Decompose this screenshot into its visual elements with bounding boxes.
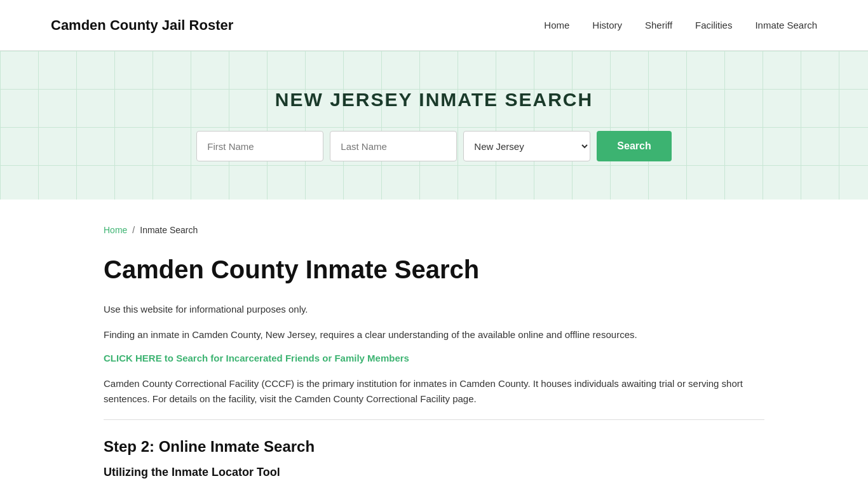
click-here-link[interactable]: CLICK HERE to Search for Incarcerated Fr… [104, 353, 764, 363]
search-button[interactable]: Search [597, 131, 671, 161]
divider [104, 419, 764, 420]
breadcrumb-home-link[interactable]: Home [104, 225, 127, 235]
main-content: Home / Inmate Search Camden County Inmat… [53, 200, 815, 488]
sub-heading: Utilizing the Inmate Locator Tool [104, 466, 764, 479]
nav-history[interactable]: History [592, 20, 622, 30]
nav-sheriff[interactable]: Sheriff [645, 20, 672, 30]
site-logo[interactable]: Camden County Jail Roster [51, 17, 233, 34]
paragraph-1: Use this website for informational purpo… [104, 302, 764, 317]
breadcrumb-separator: / [132, 225, 135, 235]
search-form: AlabamaAlaskaArizonaArkansasCaliforniaCo… [13, 131, 855, 161]
breadcrumb: Home / Inmate Search [104, 225, 764, 235]
paragraph-3: Camden County Correctional Facility (CCC… [104, 376, 764, 407]
step2-heading: Step 2: Online Inmate Search [104, 438, 764, 456]
page-title: Camden County Inmate Search [104, 255, 764, 284]
site-nav: Home History Sheriff Facilities Inmate S… [544, 20, 817, 30]
site-header: Camden County Jail Roster Home History S… [0, 0, 868, 51]
first-name-input[interactable] [196, 131, 323, 161]
paragraph-2: Finding an inmate in Camden County, New … [104, 327, 764, 342]
state-select[interactable]: AlabamaAlaskaArizonaArkansasCaliforniaCo… [463, 131, 590, 161]
last-name-input[interactable] [330, 131, 457, 161]
nav-inmate-search[interactable]: Inmate Search [755, 20, 817, 30]
nav-facilities[interactable]: Facilities [695, 20, 732, 30]
hero-section: NEW JERSEY INMATE SEARCH AlabamaAlaskaAr… [0, 51, 868, 200]
breadcrumb-current: Inmate Search [140, 225, 198, 235]
nav-home[interactable]: Home [544, 20, 569, 30]
hero-title: NEW JERSEY INMATE SEARCH [13, 89, 855, 111]
